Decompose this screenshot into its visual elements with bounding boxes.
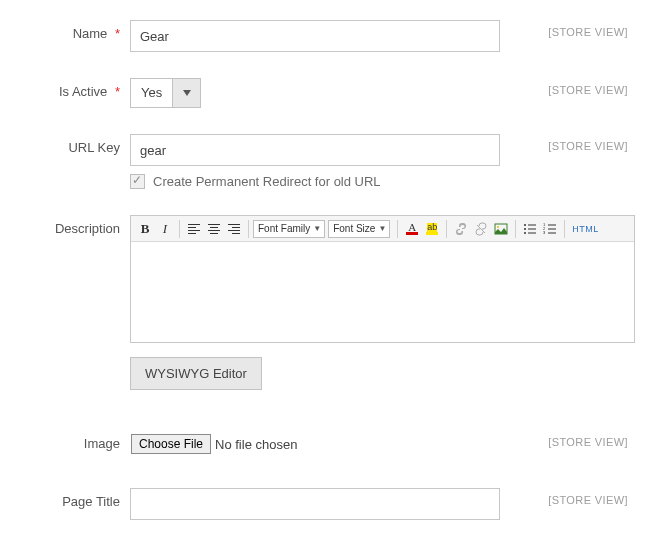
toolbar-separator (248, 220, 249, 238)
unlink-icon (474, 222, 488, 236)
row-name: Name * [STORE VIEW] (15, 20, 636, 52)
svg-point-1 (497, 226, 499, 228)
italic-button[interactable]: I (156, 220, 174, 238)
align-right-button[interactable] (225, 220, 243, 238)
bullet-list-icon (523, 222, 537, 236)
scope-is-active: [STORE VIEW] (500, 78, 636, 96)
url-key-input[interactable] (130, 134, 500, 166)
label-description-text: Description (55, 221, 120, 236)
html-source-button[interactable]: HTML (570, 220, 601, 238)
svg-point-4 (524, 232, 526, 234)
label-page-title: Page Title (15, 488, 130, 509)
label-page-title-text: Page Title (62, 494, 120, 509)
text-color-swatch (406, 232, 418, 235)
link-button[interactable] (452, 220, 470, 238)
svg-point-3 (524, 228, 526, 230)
bullet-list-button[interactable] (521, 220, 539, 238)
label-is-active-text: Is Active (59, 84, 107, 99)
toolbar-separator (564, 220, 565, 238)
redirect-checkbox[interactable] (130, 174, 145, 189)
scope-name: [STORE VIEW] (500, 20, 636, 38)
link-icon (454, 222, 468, 236)
rich-text-editor: B I Font Family ▼ (130, 215, 635, 343)
rte-textarea[interactable] (131, 242, 634, 342)
scope-url-key: [STORE VIEW] (500, 134, 636, 152)
chevron-down-icon: ▼ (313, 224, 321, 233)
file-status-label: No file chosen (215, 437, 297, 452)
font-size-label: Font Size (333, 223, 375, 234)
highlight-label: ab (427, 223, 437, 232)
choose-file-button[interactable]: Choose File (131, 434, 211, 454)
scope-page-title: [STORE VIEW] (500, 488, 636, 506)
required-marker: * (115, 84, 120, 99)
number-list-button[interactable]: 123 (541, 220, 559, 238)
form-wrapper: Name * [STORE VIEW] Is Active * Yes [STO… (0, 0, 651, 550)
highlight-swatch (426, 232, 438, 235)
unlink-button[interactable] (472, 220, 490, 238)
field-image: Choose File No file chosen (130, 430, 500, 458)
toolbar-separator (446, 220, 447, 238)
text-color-letter: A (408, 223, 416, 232)
row-description: Description B I (15, 215, 636, 390)
row-is-active: Is Active * Yes [STORE VIEW] (15, 78, 636, 108)
scope-image: [STORE VIEW] (500, 430, 636, 448)
label-name: Name * (15, 20, 130, 41)
wysiwyg-editor-button[interactable]: WYSIWYG Editor (130, 357, 262, 390)
label-is-active: Is Active * (15, 78, 130, 99)
toolbar-separator (515, 220, 516, 238)
field-url-key: Create Permanent Redirect for old URL (130, 134, 500, 189)
font-size-select[interactable]: Font Size ▼ (328, 220, 390, 238)
align-center-button[interactable] (205, 220, 223, 238)
field-name (130, 20, 500, 52)
rte-toolbar: B I Font Family ▼ (131, 216, 634, 242)
redirect-checkbox-label: Create Permanent Redirect for old URL (153, 174, 381, 189)
required-marker: * (115, 26, 120, 41)
label-url-key: URL Key (15, 134, 130, 155)
label-description: Description (15, 215, 130, 236)
svg-point-2 (524, 224, 526, 226)
field-description: B I Font Family ▼ (130, 215, 635, 390)
align-right-icon (227, 222, 241, 236)
toolbar-separator (179, 220, 180, 238)
label-url-key-text: URL Key (68, 140, 120, 155)
is-active-select[interactable]: Yes (130, 78, 201, 108)
highlight-button[interactable]: ab (423, 220, 441, 238)
name-input[interactable] (130, 20, 500, 52)
font-family-label: Font Family (258, 223, 310, 234)
svg-text:3: 3 (543, 230, 546, 235)
bold-button[interactable]: B (136, 220, 154, 238)
align-center-icon (207, 222, 221, 236)
label-image-text: Image (84, 436, 120, 451)
image-icon (494, 222, 508, 236)
text-color-button[interactable]: A (403, 220, 421, 238)
row-url-key: URL Key Create Permanent Redirect for ol… (15, 134, 636, 189)
toolbar-separator (397, 220, 398, 238)
is-active-value: Yes (131, 79, 172, 107)
image-button[interactable] (492, 220, 510, 238)
chevron-down-icon (183, 90, 191, 96)
field-is-active: Yes (130, 78, 500, 108)
redirect-checkbox-row: Create Permanent Redirect for old URL (130, 174, 500, 189)
label-image: Image (15, 430, 130, 451)
align-left-icon (187, 222, 201, 236)
label-name-text: Name (73, 26, 108, 41)
page-title-input[interactable] (130, 488, 500, 520)
font-family-select[interactable]: Font Family ▼ (253, 220, 325, 238)
is-active-dropdown-button[interactable] (172, 79, 200, 107)
align-left-button[interactable] (185, 220, 203, 238)
number-list-icon: 123 (543, 222, 557, 236)
row-page-title: Page Title [STORE VIEW] (15, 488, 636, 520)
chevron-down-icon: ▼ (378, 224, 386, 233)
field-page-title (130, 488, 500, 520)
row-image: Image Choose File No file chosen [STORE … (15, 430, 636, 458)
